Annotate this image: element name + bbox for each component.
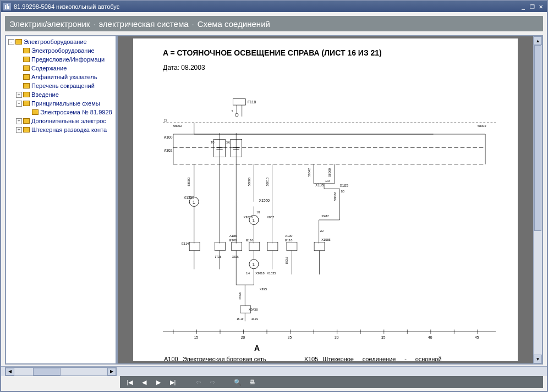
legend-desc: Штекерное соединение - основной кабельны… [322, 356, 445, 361]
svg-text:X1025: X1025 [267, 272, 276, 275]
back-button[interactable]: ⇦ [193, 377, 204, 387]
axis-label: A [254, 344, 260, 352]
first-page-button[interactable]: |◀ [124, 377, 135, 387]
search-icon[interactable]: 🔍 [232, 377, 243, 387]
svg-text:58016: 58016 [286, 257, 288, 264]
collapse-icon[interactable]: - [16, 101, 22, 107]
tree-item-label: Предисловие/Информаци [31, 56, 105, 63]
scroll-down-button[interactable]: ▼ [534, 355, 542, 363]
forward-button[interactable]: ⇨ [207, 377, 218, 387]
svg-text:X1585: X1585 [321, 238, 330, 241]
svg-text:E116: E116 [246, 239, 253, 242]
breadcrumb: Электрик/электроник · электрическая сист… [5, 16, 543, 31]
sidebar-horizontal-scrollbar[interactable]: ◀ ▶ [5, 367, 117, 376]
doc-icon [32, 109, 39, 115]
legend-desc: Электрическая бортовая сеть [183, 356, 286, 361]
legend-code: A100 [164, 356, 182, 361]
legend-row: A100Электрическая бортовая сеть [164, 356, 286, 361]
expand-icon[interactable]: + [16, 127, 22, 133]
svg-text:18/26: 18/26 [232, 256, 239, 258]
maximize-button[interactable]: ❐ [528, 3, 536, 10]
doc-icon [23, 57, 30, 62]
tree-item-2[interactable]: Предисловие/Информаци [6, 55, 116, 64]
tree-item-5[interactable]: Перечень сокращений [6, 81, 116, 90]
doc-icon [23, 48, 30, 53]
tree-item-4[interactable]: Алфавитный указатель [6, 73, 116, 81]
tree-item-label: Принципиальные схемы [31, 100, 100, 107]
svg-text:X3438: X3438 [249, 308, 257, 311]
svg-text:5: 5 [232, 110, 233, 113]
hscroll-thumb[interactable] [33, 368, 61, 376]
tree-item-label: Штекерная разводка конта [31, 126, 107, 133]
doc-icon [23, 118, 30, 124]
svg-text:25: 25 [288, 335, 292, 339]
navigation-toolbar: |◀ ◀ ▶ ▶| ⇦ ⇨ 🔍 🖶 [120, 376, 543, 388]
tree-item-9[interactable]: +Дополнительные электрос [6, 117, 116, 125]
doc-icon [23, 127, 30, 132]
doc-icon [23, 74, 30, 80]
close-button[interactable]: ✕ [537, 3, 545, 10]
svg-text:X1355: X1355 [184, 196, 194, 200]
svg-text:58002: 58002 [478, 124, 486, 128]
doc-icon [15, 39, 22, 45]
page-date: Дата: 08.2003 [163, 64, 518, 71]
svg-text:58002: 58002 [173, 124, 182, 128]
component-legend: A100Электрическая бортовая сетьA188Фара … [163, 355, 496, 361]
svg-text:1: 1 [253, 218, 255, 223]
bottom-bar: ◀ ▶ [1, 366, 547, 376]
doc-icon [23, 101, 30, 106]
svg-rect-66 [215, 242, 226, 251]
expand-icon[interactable]: + [16, 92, 22, 98]
svg-text:58006: 58006 [248, 178, 251, 186]
hscroll-left[interactable]: ◀ [6, 368, 14, 376]
svg-text:X105: X105 [339, 184, 348, 187]
svg-text:45: 45 [475, 335, 479, 339]
legend-row: X105Штекерное соединение - основной кабе… [304, 356, 445, 361]
tree-item-label: Дополнительные электрос [31, 118, 106, 124]
svg-rect-68 [249, 242, 260, 251]
breadcrumb-3: Схема соединений [198, 19, 270, 29]
svg-text:17/26: 17/26 [215, 256, 222, 258]
content-viewport: A = СТОЯНОЧНОЕ ОСВЕЩЕНИЕ СПРАВА (ЛИСТ 16… [117, 35, 543, 365]
svg-text:58010: 58010 [266, 178, 269, 186]
svg-text:1/5: 1/5 [341, 190, 344, 193]
tree-item-3[interactable]: Содержание [6, 64, 116, 73]
sidebar: -ЭлектрооборудованиеЭлектрооборудованиеП… [5, 35, 117, 365]
svg-text:1/4: 1/4 [246, 272, 250, 275]
minimize-button[interactable]: ⎯ [519, 3, 527, 10]
scroll-up-button[interactable]: ▲ [534, 36, 542, 45]
tree-item-8[interactable]: Электросхема № 81.9928 [6, 108, 116, 117]
svg-text:X1550: X1550 [259, 198, 270, 202]
svg-text:E108: E108 [229, 239, 237, 242]
svg-rect-69 [267, 242, 278, 251]
tree-item-6[interactable]: +Введение [6, 90, 116, 99]
svg-text:58003: 58003 [187, 178, 190, 186]
svg-text:40: 40 [428, 335, 432, 339]
print-icon[interactable]: 🖶 [246, 377, 257, 387]
next-page-button[interactable]: ▶ [153, 377, 164, 387]
tree-item-label: Алфавитный указатель [31, 74, 97, 80]
svg-text:16-19: 16-19 [251, 318, 258, 321]
tree-item-7[interactable]: -Принципиальные схемы [6, 99, 116, 108]
svg-text:X987: X987 [321, 214, 328, 218]
svg-text:A190: A190 [285, 234, 292, 238]
svg-text:F118: F118 [248, 100, 256, 104]
expand-icon[interactable]: + [16, 118, 22, 124]
vertical-scrollbar[interactable]: ▲ ▼ [533, 36, 542, 363]
svg-text:E114: E114 [182, 242, 189, 245]
hscroll-right[interactable]: ▶ [107, 368, 116, 376]
tree-item-label: Электросхема № 81.9928 [40, 109, 112, 115]
svg-text:3/6: 3/6 [226, 141, 230, 144]
tree-item-0[interactable]: -Электрооборудование [6, 37, 116, 46]
svg-text:58062: 58062 [333, 192, 337, 201]
prev-page-button[interactable]: ◀ [139, 377, 150, 387]
tree-item-1[interactable]: Электрооборудование [6, 46, 116, 55]
tree-item-10[interactable]: +Штекерная разводка конта [6, 125, 116, 134]
collapse-icon[interactable]: - [8, 39, 14, 45]
svg-text:35: 35 [381, 335, 386, 339]
svg-text:1: 1 [193, 200, 195, 205]
last-page-button[interactable]: ▶| [167, 377, 178, 387]
scroll-thumb[interactable] [534, 45, 541, 231]
tree-item-label: Электрооборудование [31, 47, 95, 54]
tree-item-label: Введение [31, 91, 59, 98]
